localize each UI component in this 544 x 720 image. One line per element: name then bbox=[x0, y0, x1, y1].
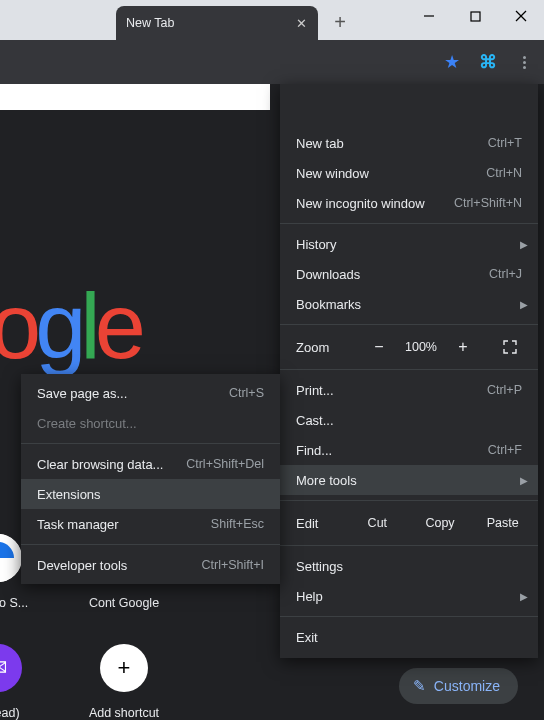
zoom-percent: 100% bbox=[398, 340, 444, 354]
window-titlebar: New Tab ✕ + bbox=[0, 0, 544, 40]
edit-label: Edit bbox=[296, 516, 346, 531]
submenu-extensions[interactable]: Extensions bbox=[21, 479, 280, 509]
fullscreen-button[interactable] bbox=[490, 339, 530, 355]
shortcut-label: ome to S... bbox=[0, 596, 28, 610]
bookmark-star-icon[interactable]: ★ bbox=[438, 48, 466, 76]
menu-more-tools[interactable]: More tools ▶ bbox=[280, 465, 538, 495]
copy-button[interactable]: Copy bbox=[409, 510, 472, 536]
paste-button[interactable]: Paste bbox=[471, 510, 534, 536]
maximize-button[interactable] bbox=[452, 0, 498, 32]
minimize-button[interactable] bbox=[406, 0, 452, 32]
submenu-clear-data[interactable]: Clear browsing data... Ctrl+Shift+Del bbox=[21, 449, 280, 479]
menu-bookmarks[interactable]: Bookmarks ▶ bbox=[280, 289, 538, 319]
customize-label: Customize bbox=[434, 678, 500, 694]
menu-edit-row: Edit Cut Copy Paste bbox=[280, 506, 538, 540]
tab-title: New Tab bbox=[126, 16, 174, 30]
menu-help[interactable]: Help ▶ bbox=[280, 581, 538, 611]
more-tools-submenu: Save page as... Ctrl+S Create shortcut..… bbox=[21, 374, 280, 584]
menu-print[interactable]: Print... Ctrl+P bbox=[280, 375, 538, 405]
shortcut-label: unread) bbox=[0, 706, 20, 720]
menu-separator bbox=[280, 500, 538, 501]
submenu-save-page[interactable]: Save page as... Ctrl+S bbox=[21, 378, 280, 408]
shortcut-icon bbox=[0, 534, 22, 582]
menu-downloads[interactable]: Downloads Ctrl+J bbox=[280, 259, 538, 289]
zoom-out-button[interactable]: − bbox=[360, 338, 398, 356]
menu-new-window[interactable]: New window Ctrl+N bbox=[280, 158, 538, 188]
menu-button[interactable] bbox=[510, 48, 538, 76]
chevron-right-icon: ▶ bbox=[520, 239, 528, 250]
menu-cast[interactable]: Cast... bbox=[280, 405, 538, 435]
menu-separator bbox=[280, 616, 538, 617]
shortcut-label: Cont Google bbox=[89, 596, 159, 610]
menu-exit[interactable]: Exit bbox=[280, 622, 538, 652]
window-controls bbox=[406, 0, 544, 32]
overflow-menu: New tab Ctrl+T New window Ctrl+N New inc… bbox=[280, 84, 538, 658]
menu-find[interactable]: Find... Ctrl+F bbox=[280, 435, 538, 465]
chevron-right-icon: ▶ bbox=[520, 475, 528, 486]
close-tab-icon[interactable]: ✕ bbox=[294, 16, 308, 30]
bookmarks-bar-fragment bbox=[0, 84, 270, 110]
menu-separator bbox=[280, 545, 538, 546]
menu-separator bbox=[280, 324, 538, 325]
menu-separator bbox=[280, 223, 538, 224]
menu-new-tab[interactable]: New tab Ctrl+T bbox=[280, 128, 538, 158]
google-logo: ogle bbox=[0, 274, 140, 379]
browser-toolbar: ★ ⌘ bbox=[0, 40, 544, 84]
menu-separator bbox=[280, 369, 538, 370]
window-close-button[interactable] bbox=[498, 0, 544, 32]
customize-button[interactable]: ✎ Customize bbox=[399, 668, 518, 704]
cut-button[interactable]: Cut bbox=[346, 510, 409, 536]
shortcut-item[interactable]: ✉ unread) bbox=[0, 644, 26, 720]
chevron-right-icon: ▶ bbox=[520, 299, 528, 310]
shortcut-row: ✉ unread) + Add shortcut bbox=[0, 644, 152, 720]
page-content: ogle ome to S... Cont Google ✉ unread) +… bbox=[0, 84, 544, 720]
submenu-create-shortcut: Create shortcut... bbox=[21, 408, 280, 438]
menu-zoom-row: Zoom − 100% + bbox=[280, 330, 538, 364]
menu-history[interactable]: History ▶ bbox=[280, 229, 538, 259]
new-tab-button[interactable]: + bbox=[324, 6, 356, 38]
menu-incognito[interactable]: New incognito window Ctrl+Shift+N bbox=[280, 188, 538, 218]
zoom-label: Zoom bbox=[296, 340, 360, 355]
menu-separator bbox=[21, 443, 280, 444]
mail-icon: ✉ bbox=[0, 644, 22, 692]
shortcut-label: Add shortcut bbox=[89, 706, 159, 720]
pencil-icon: ✎ bbox=[413, 677, 426, 695]
plus-icon: + bbox=[100, 644, 148, 692]
extension-icon[interactable]: ⌘ bbox=[474, 48, 502, 76]
svg-rect-1 bbox=[471, 12, 480, 21]
menu-settings[interactable]: Settings bbox=[280, 551, 538, 581]
zoom-in-button[interactable]: + bbox=[444, 338, 482, 356]
submenu-developer-tools[interactable]: Developer tools Ctrl+Shift+I bbox=[21, 550, 280, 580]
chevron-right-icon: ▶ bbox=[520, 591, 528, 602]
submenu-task-manager[interactable]: Task manager Shift+Esc bbox=[21, 509, 280, 539]
menu-separator bbox=[21, 544, 280, 545]
add-shortcut-button[interactable]: + Add shortcut bbox=[96, 644, 152, 720]
browser-tab[interactable]: New Tab ✕ bbox=[116, 6, 318, 40]
